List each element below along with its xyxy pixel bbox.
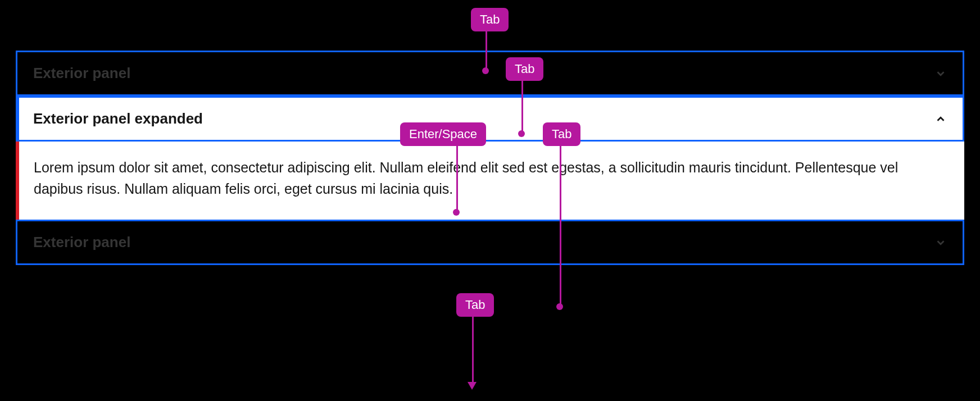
accordion-panel-content: Lorem ipsum dolor sit amet, consectetur … <box>16 142 964 220</box>
badge-tab-3: Tab <box>543 122 580 146</box>
panel-title-1: Exterior panel <box>33 65 130 82</box>
badge-tab-4-label: Tab <box>465 298 485 312</box>
accordion-panel-collapsed-1[interactable]: Exterior panel <box>16 51 964 96</box>
chevron-down-icon <box>934 67 947 80</box>
badge-tab-2: Tab <box>506 57 543 81</box>
panel-content-text: Lorem ipsum dolor sit amet, consectetur … <box>34 157 946 199</box>
badge-tab-3-label: Tab <box>552 127 571 141</box>
accordion-container: Exterior panel Exterior panel expanded L… <box>16 51 964 265</box>
connector-dot-3 <box>556 303 563 310</box>
badge-tab-2-label: Tab <box>515 62 534 76</box>
connector-dot-1 <box>482 67 489 74</box>
panel-title-2: Exterior panel expanded <box>33 110 203 127</box>
badge-tab-1-label: Tab <box>480 12 500 26</box>
connector-line-4 <box>472 316 474 384</box>
chevron-down-icon <box>934 236 947 249</box>
chevron-up-icon <box>934 113 947 125</box>
connector-line-2 <box>521 80 523 134</box>
connector-arrow-4 <box>468 382 477 390</box>
connector-line-1 <box>486 30 487 71</box>
badge-enter-space-label: Enter/Space <box>409 127 477 141</box>
panel-title-3: Exterior panel <box>33 234 130 251</box>
connector-line-enter <box>456 145 458 212</box>
badge-tab-1: Tab <box>471 8 509 31</box>
connector-line-3 <box>560 145 561 307</box>
accordion-panel-collapsed-2[interactable]: Exterior panel <box>16 220 964 265</box>
connector-dot-2 <box>518 130 525 137</box>
connector-dot-enter <box>453 209 460 216</box>
accordion-panel-expanded[interactable]: Exterior panel expanded <box>16 96 964 142</box>
badge-tab-4: Tab <box>456 293 494 317</box>
badge-enter-space: Enter/Space <box>400 122 486 146</box>
